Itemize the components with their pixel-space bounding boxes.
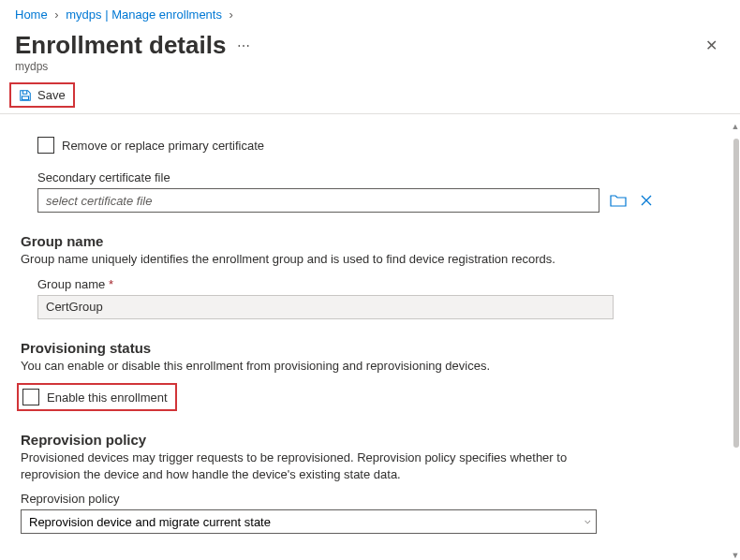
scrollbar[interactable]: ▲ ▼ <box>731 122 740 560</box>
reprovision-policy-field-label: Reprovision policy <box>21 492 703 506</box>
scrollbar-thumb[interactable] <box>733 139 739 448</box>
chevron-right-icon: › <box>54 7 58 22</box>
page-subtitle: mydps <box>0 60 740 79</box>
reprovision-policy-select[interactable]: Reprovision device and migrate current s… <box>21 509 597 534</box>
remove-primary-cert-label: Remove or replace primary certificate <box>62 139 264 153</box>
provisioning-status-heading: Provisioning status <box>21 340 703 356</box>
breadcrumb: Home › mydps | Manage enrollments › <box>0 0 740 25</box>
save-button-label: Save <box>37 88 66 102</box>
group-name-field-label: Group name <box>37 277 105 291</box>
remove-primary-cert-checkbox[interactable] <box>37 137 54 154</box>
chevron-right-icon: › <box>229 7 233 22</box>
breadcrumb-resource[interactable]: mydps | Manage enrollments <box>66 7 222 22</box>
command-bar: Save <box>0 79 740 114</box>
breadcrumb-home[interactable]: Home <box>15 7 48 22</box>
reprovision-policy-desc: Provisioned devices may trigger requests… <box>21 449 620 482</box>
close-button[interactable]: ✕ <box>698 33 725 58</box>
enable-enrollment-highlight: Enable this enrollment <box>17 383 177 411</box>
provisioning-status-desc: You can enable or disable this enrollmen… <box>21 358 703 375</box>
group-name-input <box>37 295 614 319</box>
group-name-heading: Group name <box>21 233 703 249</box>
enable-enrollment-label: Enable this enrollment <box>47 391 168 405</box>
save-icon <box>19 89 32 102</box>
secondary-cert-label: Secondary certificate file <box>37 170 703 184</box>
secondary-cert-file-input[interactable] <box>37 188 599 213</box>
group-name-desc: Group name uniquely identifies the enrol… <box>21 251 703 268</box>
folder-icon <box>610 194 627 207</box>
scroll-up-arrow-icon[interactable]: ▲ <box>731 122 740 131</box>
save-button[interactable]: Save <box>9 82 75 108</box>
required-indicator: * <box>109 277 113 291</box>
enable-enrollment-checkbox[interactable] <box>22 389 39 405</box>
scroll-down-arrow-icon[interactable]: ▼ <box>731 551 740 560</box>
page-header: Enrollment details ⋯ ✕ <box>0 25 740 60</box>
clear-file-button[interactable] <box>637 191 656 210</box>
close-icon <box>640 194 653 207</box>
reprovision-policy-heading: Reprovision policy <box>21 432 703 448</box>
main-content: Remove or replace primary certificate Se… <box>0 122 740 560</box>
more-actions-button[interactable]: ⋯ <box>237 38 251 53</box>
browse-file-button[interactable] <box>609 191 628 210</box>
svg-rect-0 <box>22 96 29 99</box>
page-title: Enrollment details <box>15 31 226 60</box>
